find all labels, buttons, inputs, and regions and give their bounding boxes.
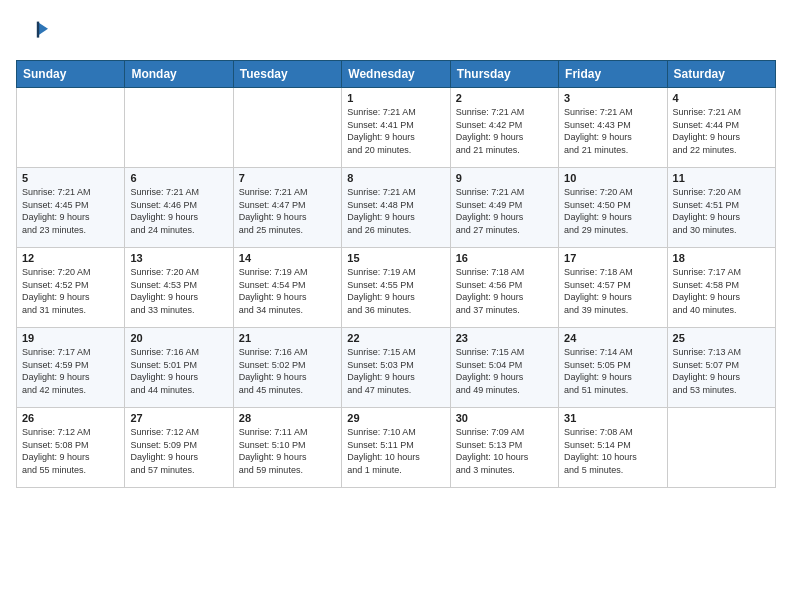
- day-info: Sunrise: 7:11 AM Sunset: 5:10 PM Dayligh…: [239, 426, 336, 476]
- day-info: Sunrise: 7:18 AM Sunset: 4:56 PM Dayligh…: [456, 266, 553, 316]
- weekday-header-row: SundayMondayTuesdayWednesdayThursdayFrid…: [17, 61, 776, 88]
- calendar-cell: 27Sunrise: 7:12 AM Sunset: 5:09 PM Dayli…: [125, 408, 233, 488]
- day-number: 30: [456, 412, 553, 424]
- weekday-header-sunday: Sunday: [17, 61, 125, 88]
- day-number: 24: [564, 332, 661, 344]
- day-number: 9: [456, 172, 553, 184]
- weekday-header-tuesday: Tuesday: [233, 61, 341, 88]
- day-info: Sunrise: 7:19 AM Sunset: 4:55 PM Dayligh…: [347, 266, 444, 316]
- calendar-cell: 8Sunrise: 7:21 AM Sunset: 4:48 PM Daylig…: [342, 168, 450, 248]
- calendar-cell: 18Sunrise: 7:17 AM Sunset: 4:58 PM Dayli…: [667, 248, 775, 328]
- day-number: 1: [347, 92, 444, 104]
- weekday-header-thursday: Thursday: [450, 61, 558, 88]
- day-number: 16: [456, 252, 553, 264]
- calendar-cell: 29Sunrise: 7:10 AM Sunset: 5:11 PM Dayli…: [342, 408, 450, 488]
- day-number: 14: [239, 252, 336, 264]
- day-number: 7: [239, 172, 336, 184]
- day-number: 6: [130, 172, 227, 184]
- day-info: Sunrise: 7:21 AM Sunset: 4:47 PM Dayligh…: [239, 186, 336, 236]
- calendar-cell: 26Sunrise: 7:12 AM Sunset: 5:08 PM Dayli…: [17, 408, 125, 488]
- day-number: 8: [347, 172, 444, 184]
- calendar-cell: 21Sunrise: 7:16 AM Sunset: 5:02 PM Dayli…: [233, 328, 341, 408]
- day-info: Sunrise: 7:14 AM Sunset: 5:05 PM Dayligh…: [564, 346, 661, 396]
- day-info: Sunrise: 7:20 AM Sunset: 4:50 PM Dayligh…: [564, 186, 661, 236]
- calendar-week-row: 12Sunrise: 7:20 AM Sunset: 4:52 PM Dayli…: [17, 248, 776, 328]
- day-number: 27: [130, 412, 227, 424]
- day-info: Sunrise: 7:21 AM Sunset: 4:46 PM Dayligh…: [130, 186, 227, 236]
- calendar-cell: 2Sunrise: 7:21 AM Sunset: 4:42 PM Daylig…: [450, 88, 558, 168]
- calendar-cell: 11Sunrise: 7:20 AM Sunset: 4:51 PM Dayli…: [667, 168, 775, 248]
- day-number: 25: [673, 332, 770, 344]
- calendar-cell: 23Sunrise: 7:15 AM Sunset: 5:04 PM Dayli…: [450, 328, 558, 408]
- day-info: Sunrise: 7:21 AM Sunset: 4:41 PM Dayligh…: [347, 106, 444, 156]
- day-number: 13: [130, 252, 227, 264]
- day-info: Sunrise: 7:21 AM Sunset: 4:48 PM Dayligh…: [347, 186, 444, 236]
- logo-icon: [16, 16, 48, 48]
- day-info: Sunrise: 7:15 AM Sunset: 5:03 PM Dayligh…: [347, 346, 444, 396]
- calendar-body: 1Sunrise: 7:21 AM Sunset: 4:41 PM Daylig…: [17, 88, 776, 488]
- day-info: Sunrise: 7:18 AM Sunset: 4:57 PM Dayligh…: [564, 266, 661, 316]
- weekday-header-wednesday: Wednesday: [342, 61, 450, 88]
- day-info: Sunrise: 7:12 AM Sunset: 5:09 PM Dayligh…: [130, 426, 227, 476]
- calendar-cell: [125, 88, 233, 168]
- day-info: Sunrise: 7:20 AM Sunset: 4:51 PM Dayligh…: [673, 186, 770, 236]
- day-info: Sunrise: 7:19 AM Sunset: 4:54 PM Dayligh…: [239, 266, 336, 316]
- calendar-cell: 1Sunrise: 7:21 AM Sunset: 4:41 PM Daylig…: [342, 88, 450, 168]
- day-number: 19: [22, 332, 119, 344]
- calendar-cell: [233, 88, 341, 168]
- day-info: Sunrise: 7:20 AM Sunset: 4:52 PM Dayligh…: [22, 266, 119, 316]
- calendar-cell: 9Sunrise: 7:21 AM Sunset: 4:49 PM Daylig…: [450, 168, 558, 248]
- day-info: Sunrise: 7:09 AM Sunset: 5:13 PM Dayligh…: [456, 426, 553, 476]
- calendar-cell: 13Sunrise: 7:20 AM Sunset: 4:53 PM Dayli…: [125, 248, 233, 328]
- calendar-cell: 17Sunrise: 7:18 AM Sunset: 4:57 PM Dayli…: [559, 248, 667, 328]
- day-info: Sunrise: 7:10 AM Sunset: 5:11 PM Dayligh…: [347, 426, 444, 476]
- calendar-week-row: 1Sunrise: 7:21 AM Sunset: 4:41 PM Daylig…: [17, 88, 776, 168]
- day-number: 15: [347, 252, 444, 264]
- weekday-header-friday: Friday: [559, 61, 667, 88]
- day-number: 20: [130, 332, 227, 344]
- day-number: 5: [22, 172, 119, 184]
- calendar-week-row: 26Sunrise: 7:12 AM Sunset: 5:08 PM Dayli…: [17, 408, 776, 488]
- weekday-header-saturday: Saturday: [667, 61, 775, 88]
- day-info: Sunrise: 7:21 AM Sunset: 4:45 PM Dayligh…: [22, 186, 119, 236]
- day-number: 17: [564, 252, 661, 264]
- day-info: Sunrise: 7:16 AM Sunset: 5:01 PM Dayligh…: [130, 346, 227, 396]
- calendar-cell: 31Sunrise: 7:08 AM Sunset: 5:14 PM Dayli…: [559, 408, 667, 488]
- day-number: 18: [673, 252, 770, 264]
- day-number: 3: [564, 92, 661, 104]
- day-info: Sunrise: 7:21 AM Sunset: 4:44 PM Dayligh…: [673, 106, 770, 156]
- day-info: Sunrise: 7:21 AM Sunset: 4:49 PM Dayligh…: [456, 186, 553, 236]
- calendar-table: SundayMondayTuesdayWednesdayThursdayFrid…: [16, 60, 776, 488]
- calendar-cell: 3Sunrise: 7:21 AM Sunset: 4:43 PM Daylig…: [559, 88, 667, 168]
- day-number: 11: [673, 172, 770, 184]
- calendar-cell: 16Sunrise: 7:18 AM Sunset: 4:56 PM Dayli…: [450, 248, 558, 328]
- day-number: 31: [564, 412, 661, 424]
- day-number: 23: [456, 332, 553, 344]
- day-number: 12: [22, 252, 119, 264]
- calendar-cell: 14Sunrise: 7:19 AM Sunset: 4:54 PM Dayli…: [233, 248, 341, 328]
- day-number: 28: [239, 412, 336, 424]
- calendar-cell: 5Sunrise: 7:21 AM Sunset: 4:45 PM Daylig…: [17, 168, 125, 248]
- calendar-cell: 28Sunrise: 7:11 AM Sunset: 5:10 PM Dayli…: [233, 408, 341, 488]
- calendar-cell: 7Sunrise: 7:21 AM Sunset: 4:47 PM Daylig…: [233, 168, 341, 248]
- weekday-header-monday: Monday: [125, 61, 233, 88]
- day-info: Sunrise: 7:16 AM Sunset: 5:02 PM Dayligh…: [239, 346, 336, 396]
- logo: [16, 16, 52, 48]
- calendar-cell: 24Sunrise: 7:14 AM Sunset: 5:05 PM Dayli…: [559, 328, 667, 408]
- day-number: 2: [456, 92, 553, 104]
- page-header: [16, 16, 776, 48]
- day-info: Sunrise: 7:15 AM Sunset: 5:04 PM Dayligh…: [456, 346, 553, 396]
- calendar-cell: 15Sunrise: 7:19 AM Sunset: 4:55 PM Dayli…: [342, 248, 450, 328]
- day-info: Sunrise: 7:17 AM Sunset: 4:58 PM Dayligh…: [673, 266, 770, 316]
- calendar-cell: 22Sunrise: 7:15 AM Sunset: 5:03 PM Dayli…: [342, 328, 450, 408]
- day-number: 21: [239, 332, 336, 344]
- calendar-cell: 20Sunrise: 7:16 AM Sunset: 5:01 PM Dayli…: [125, 328, 233, 408]
- calendar-header: SundayMondayTuesdayWednesdayThursdayFrid…: [17, 61, 776, 88]
- calendar-cell: 10Sunrise: 7:20 AM Sunset: 4:50 PM Dayli…: [559, 168, 667, 248]
- calendar-cell: 12Sunrise: 7:20 AM Sunset: 4:52 PM Dayli…: [17, 248, 125, 328]
- calendar-cell: 4Sunrise: 7:21 AM Sunset: 4:44 PM Daylig…: [667, 88, 775, 168]
- calendar-week-row: 19Sunrise: 7:17 AM Sunset: 4:59 PM Dayli…: [17, 328, 776, 408]
- day-number: 10: [564, 172, 661, 184]
- day-info: Sunrise: 7:17 AM Sunset: 4:59 PM Dayligh…: [22, 346, 119, 396]
- day-number: 29: [347, 412, 444, 424]
